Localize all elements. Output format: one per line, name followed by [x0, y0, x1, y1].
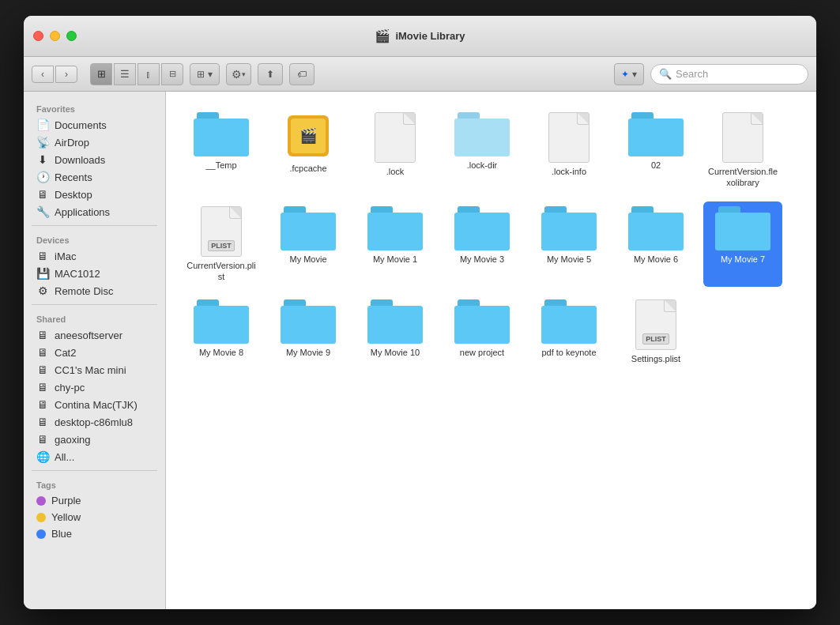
sidebar-item-imac[interactable]: 🖥 iMac	[27, 247, 162, 265]
doc-icon-settings-plist: PLIST	[635, 299, 676, 350]
close-button[interactable]	[33, 31, 43, 41]
share-button[interactable]: ⬆	[258, 63, 283, 85]
file-item-lock[interactable]: .lock	[356, 107, 435, 194]
server-icon-4: 🖥	[36, 381, 49, 393]
file-name-my-movie-3: My Movie 3	[460, 254, 504, 265]
folder-icon-my-movie-5	[541, 206, 597, 250]
file-item-my-movie-1[interactable]: My Movie 1	[356, 201, 435, 288]
sidebar-favorites-label: Favorites	[24, 100, 165, 116]
file-item-lock-dir[interactable]: .lock-dir	[443, 107, 522, 194]
folder-icon-my-movie-9	[281, 299, 336, 344]
tag-button[interactable]: 🏷	[289, 63, 315, 85]
sidebar-item-label: AirDrop	[55, 137, 89, 149]
folder-icon-pdf-to-keynote	[541, 299, 597, 344]
sidebar-item-mac1012[interactable]: 💾 MAC1012	[27, 265, 162, 282]
doc-icon-currentversion-fle	[722, 112, 763, 163]
maximize-button[interactable]	[66, 31, 77, 41]
file-item-my-movie-5[interactable]: My Movie 5	[529, 201, 608, 288]
file-item-my-movie-3[interactable]: My Movie 3	[443, 201, 522, 288]
action-button[interactable]: ⚙ ▾	[226, 63, 251, 85]
sidebar-item-label: Remote Disc	[55, 285, 113, 297]
plist-badge: PLIST	[208, 240, 235, 251]
file-item-temp[interactable]: __Temp	[182, 107, 261, 194]
sidebar-divider-1	[32, 225, 157, 226]
folder-icon-my-movie-3	[454, 206, 510, 250]
sidebar-item-desktop-c86[interactable]: 🖥 desktop-c86mlu8	[27, 413, 162, 431]
applications-icon: 🔧	[36, 205, 49, 218]
gear-icon: ⚙	[232, 68, 242, 81]
file-item-lock-info[interactable]: .lock-info	[529, 107, 608, 194]
file-item-pdf-to-keynote[interactable]: pdf to keynote	[529, 295, 608, 369]
search-label: Search	[676, 68, 708, 80]
server-icon-5: 🖥	[36, 398, 49, 411]
sidebar-item-contina-mac[interactable]: 🖥 Contina Mac(TJK)	[27, 396, 162, 413]
server-icon-3: 🖥	[36, 363, 49, 376]
file-item-new-project[interactable]: new project	[443, 295, 522, 369]
view-icon-button[interactable]: ⊞	[90, 63, 112, 85]
view-list-button[interactable]: ☰	[114, 63, 136, 85]
sidebar-item-gaoxing[interactable]: 🖥 gaoxing	[27, 431, 162, 448]
fcpcache-icon: 🎬	[284, 112, 332, 160]
toolbar: ‹ › ⊞ ☰ ⫿ ⊟ ⊞ ▾ ⚙ ▾ ⬆ 🏷 ✦ ▾ 🔍 Sea	[24, 57, 816, 92]
file-item-my-movie-10[interactable]: My Movie 10	[356, 295, 435, 369]
dropbox-button[interactable]: ✦ ▾	[614, 63, 644, 85]
folder-icon-my-movie	[281, 206, 336, 250]
sidebar-item-desktop[interactable]: 🖥 Desktop	[27, 186, 162, 203]
sidebar-item-downloads[interactable]: ⬇ Downloads	[27, 151, 162, 168]
view-column-button[interactable]: ⫿	[137, 63, 160, 85]
sidebar-item-remote-disc[interactable]: ⚙ Remote Disc	[27, 282, 162, 299]
file-item-my-movie-7[interactable]: My Movie 7	[703, 201, 782, 288]
sidebar-item-documents[interactable]: 📄 Documents	[27, 116, 162, 134]
sidebar-item-blue[interactable]: Blue	[27, 525, 162, 542]
sidebar-item-aneesoftserver[interactable]: 🖥 aneesoftserver	[27, 326, 162, 344]
sidebar-item-cc1macmini[interactable]: 🖥 CC1's Mac mini	[27, 361, 162, 378]
file-item-my-movie-8[interactable]: My Movie 8	[182, 295, 261, 369]
sidebar-item-label: Cat2	[55, 347, 76, 359]
sidebar-item-label: iMac	[55, 250, 76, 262]
folder-icon-my-movie-6	[628, 206, 684, 250]
finder-window: 🎬 iMovie Library ‹ › ⊞ ☰ ⫿ ⊟ ⊞ ▾ ⚙ ▾ ⬆ 🏷	[24, 16, 816, 609]
doc-icon-lock-info	[548, 112, 590, 163]
file-item-my-movie[interactable]: My Movie	[269, 201, 348, 288]
nav-buttons: ‹ ›	[32, 66, 77, 83]
sidebar-item-label: desktop-c86mlu8	[55, 416, 133, 428]
file-item-currentversion-plist[interactable]: PLIST CurrentVersion.plist	[182, 201, 261, 288]
file-name-my-movie-7: My Movie 7	[721, 254, 765, 265]
sidebar-item-airdrop[interactable]: 📡 AirDrop	[27, 134, 162, 151]
file-name-temp: __Temp	[205, 160, 236, 171]
sidebar-item-yellow[interactable]: Yellow	[27, 509, 162, 525]
yellow-tag-dot	[36, 513, 46, 522]
sidebar-item-label: Blue	[51, 528, 72, 540]
sidebar-item-recents[interactable]: 🕐 Recents	[27, 168, 162, 186]
sidebar-item-purple[interactable]: Purple	[27, 492, 162, 509]
file-item-my-movie-6[interactable]: My Movie 6	[616, 201, 695, 288]
file-name-my-movie-5: My Movie 5	[547, 254, 591, 265]
server-icon-6: 🖥	[36, 416, 49, 428]
file-name-my-movie-10: My Movie 10	[371, 347, 420, 358]
forward-button[interactable]: ›	[55, 66, 77, 83]
folder-icon-my-movie-10	[367, 299, 423, 344]
search-box[interactable]: 🔍 Search	[650, 64, 808, 85]
sidebar-divider-2	[32, 304, 157, 305]
file-item-settings-plist[interactable]: PLIST Settings.plist	[616, 295, 695, 369]
file-item-currentversion-fle[interactable]: CurrentVersion.flexolibrary	[703, 107, 782, 194]
imac-icon: 🖥	[36, 250, 49, 262]
sidebar-item-cat2[interactable]: 🖥 Cat2	[27, 344, 162, 361]
sidebar-item-all[interactable]: 🌐 All...	[27, 448, 162, 465]
doc-icon-currentversion-plist: PLIST	[201, 206, 242, 257]
back-button[interactable]: ‹	[32, 66, 54, 83]
file-name-my-movie-8: My Movie 8	[199, 347, 243, 358]
sidebar-item-label: aneesoftserver	[55, 329, 122, 341]
file-name-fcpcache: .fcpcache	[289, 163, 326, 174]
file-item-fcpcache[interactable]: 🎬 .fcpcache	[269, 107, 348, 194]
arrange-button[interactable]: ⊞ ▾	[190, 63, 220, 85]
minimize-button[interactable]	[50, 31, 60, 41]
action-arrow: ▾	[242, 70, 246, 78]
sidebar-item-chy-pc[interactable]: 🖥 chy-pc	[27, 378, 162, 396]
purple-tag-dot	[36, 496, 46, 506]
sidebar-item-label: All...	[55, 451, 74, 463]
view-cover-button[interactable]: ⊟	[161, 63, 183, 85]
file-item-my-movie-9[interactable]: My Movie 9	[269, 295, 348, 369]
file-item-02[interactable]: 02	[616, 107, 695, 194]
sidebar-item-applications[interactable]: 🔧 Applications	[27, 203, 162, 220]
